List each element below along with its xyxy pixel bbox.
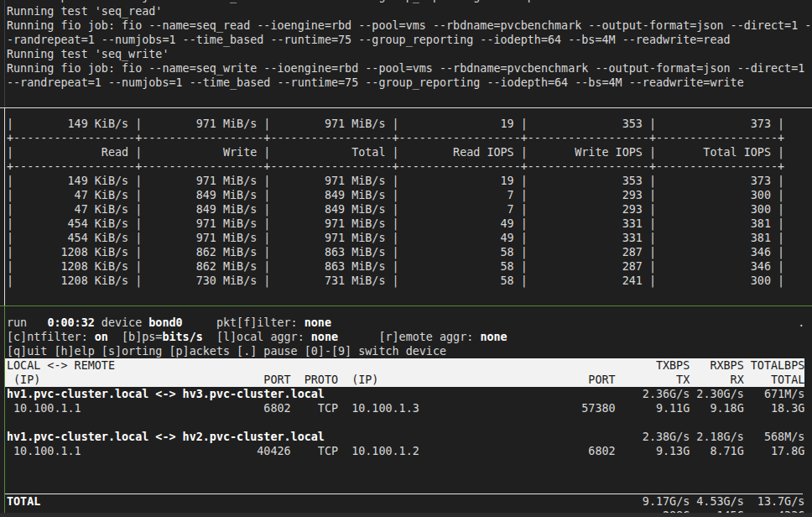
table-line: | 1208 KiB/s | 730 MiB/s | 731 MiB/s | 5…: [7, 274, 812, 288]
blank-line: [7, 415, 812, 430]
fio-running-test-read-line: Running test 'seq_read': [7, 4, 812, 18]
fio-job-read-line: Running fio job: fio --name=seq_read --i…: [7, 18, 812, 33]
connection-hosts-line: hv1.pvc-cluster.local <-> hv3.pvc-cluste…: [7, 387, 812, 401]
netwatch-column-header-row2: (IP) PORT PROTO (IP) PORT TX RX TOTAL: [5, 373, 804, 387]
table-line: +------------------+------------------+-…: [7, 131, 812, 145]
fio-running-test-write-line: Running test 'seq_write': [7, 47, 812, 61]
netwatch-help-line: [q]uit [h]elp [s]orting [p]ackets [.] pa…: [7, 344, 812, 358]
table-line: | Read | Write | Total | Read IOPS | Wri…: [7, 145, 812, 159]
table-line: | 47 KiB/s | 849 MiB/s | 849 MiB/s | 7 |…: [7, 202, 812, 217]
netwatch-pane: run 0:00:32 device bond0 pkt[f]ilter: no…: [0, 306, 812, 517]
blank-line: [7, 473, 812, 487]
fio-output-content: --randrepeat=1 --numjobs=1 --time_based …: [4, 0, 812, 107]
terminal-screen[interactable]: --randrepeat=1 --numjobs=1 --time_based …: [0, 0, 812, 517]
total-rate-line: TOTAL 9.17G/s 4.53G/s 13.7G/s: [7, 494, 812, 509]
terminal-line: --randrepeat=1 --numjobs=1 --time_based …: [7, 0, 812, 3]
table-line: +------------------+------------------+-…: [7, 159, 812, 174]
table-line: | 454 KiB/s | 971 MiB/s | 971 MiB/s | 49…: [7, 231, 812, 245]
fio-job-read-wrap-line: -randrepeat=1 --numjobs=1 --time_based -…: [7, 33, 812, 47]
connection-detail-line: 10.100.1.1 40426 TCP 10.100.1.2 6802 9.1…: [7, 444, 812, 458]
benchmark-results-pane: | 149 KiB/s | 971 MiB/s | 971 MiB/s | 19…: [0, 108, 812, 306]
connection-detail-line: 10.100.1.1 6802 TCP 10.100.1.3 57380 9.1…: [7, 401, 812, 415]
table-line: | 454 KiB/s | 971 MiB/s | 971 MiB/s | 49…: [7, 217, 812, 231]
bottom-edge: [0, 513, 812, 517]
netwatch-column-header-row1: LOCAL <-> REMOTE TXBPS RXBPS TOTALBPS: [5, 358, 804, 373]
netwatch-filter-status-line: [c]ntfilter: on [b]ps=bits/s [l]ocal agg…: [7, 330, 812, 344]
table-line: | 47 KiB/s | 849 MiB/s | 849 MiB/s | 7 |…: [7, 188, 812, 202]
connection-hosts-line: hv1.pvc-cluster.local <-> hv2.pvc-cluste…: [7, 430, 812, 444]
netwatch-run-status-line: run 0:00:32 device bond0 pkt[f]ilter: no…: [7, 316, 812, 330]
blank-line: [7, 458, 812, 473]
fio-job-write-line: Running fio job: fio --name=seq_write --…: [7, 61, 812, 76]
table-line: | 1208 KiB/s | 862 MiB/s | 863 MiB/s | 5…: [7, 245, 812, 259]
netwatch-content: run 0:00:32 device bond0 pkt[f]ilter: no…: [4, 306, 812, 517]
table-line: | 1208 KiB/s | 862 MiB/s | 863 MiB/s | 5…: [7, 259, 812, 274]
table-line: | 149 KiB/s | 971 MiB/s | 971 MiB/s | 19…: [7, 117, 812, 131]
fio-job-write-wrap-line: --randrepeat=1 --numjobs=1 --time_based …: [7, 76, 812, 90]
results-table: | 149 KiB/s | 971 MiB/s | 971 MiB/s | 19…: [4, 108, 812, 306]
table-line: | 149 KiB/s | 971 MiB/s | 971 MiB/s | 19…: [7, 174, 812, 188]
fio-output-pane: --randrepeat=1 --numjobs=1 --time_based …: [0, 0, 812, 107]
